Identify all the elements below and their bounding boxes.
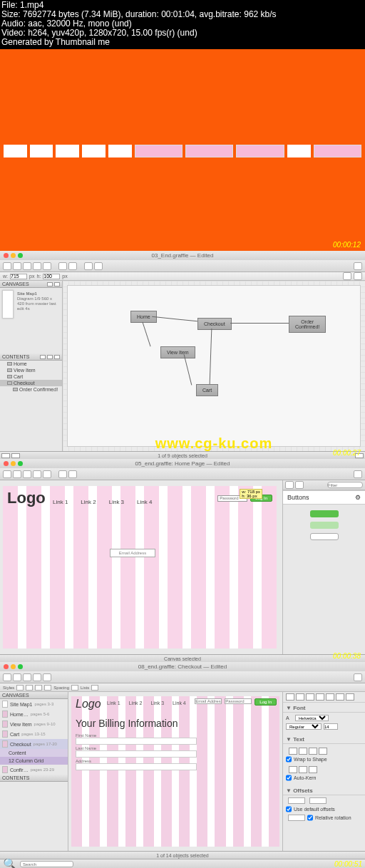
autokern-checkbox[interactable]	[286, 775, 292, 781]
nav-link[interactable]: Link 2	[81, 499, 96, 505]
zoom-icon[interactable]	[18, 253, 23, 258]
tool-shape[interactable]	[13, 673, 21, 681]
inspector-tab-icon[interactable]	[306, 693, 314, 701]
stencil-button-primary[interactable]	[310, 510, 339, 517]
font-family-select[interactable]: Helvetica	[295, 715, 329, 721]
minimize-icon[interactable]	[11, 664, 16, 669]
font-weight-select[interactable]: Regular	[286, 723, 322, 730]
valign-mid-icon[interactable]	[299, 766, 307, 773]
tool-line[interactable]	[23, 470, 31, 478]
inspector-tab-icon[interactable]	[336, 693, 344, 701]
tool-shape[interactable]	[13, 262, 21, 270]
tool-select[interactable]	[3, 470, 11, 478]
contents-outline-icon[interactable]	[54, 355, 60, 359]
nav-link[interactable]: Link 3	[109, 499, 124, 505]
stencil-section[interactable]: Buttons ⚙	[283, 490, 365, 505]
align-left-icon[interactable]	[289, 748, 297, 755]
firstname-input[interactable]	[76, 738, 197, 745]
lastname-input[interactable]	[76, 750, 197, 758]
nav-link[interactable]: Link 1	[107, 701, 120, 706]
default-offsets-checkbox[interactable]	[286, 806, 292, 812]
inspector-tab-icon[interactable]	[316, 693, 324, 701]
tool-pen[interactable]	[43, 673, 51, 681]
zoom-out-icon[interactable]	[1, 453, 10, 458]
width-input[interactable]	[10, 274, 27, 279]
node-cart[interactable]: Cart	[196, 384, 218, 396]
minimize-icon[interactable]	[11, 253, 16, 258]
canvas-sublayer[interactable]: Content	[0, 749, 68, 757]
close-icon[interactable]	[4, 664, 9, 669]
inspector-tab-icon[interactable]	[296, 693, 304, 701]
login-button[interactable]: Log In	[255, 698, 277, 706]
nav-link[interactable]: Link 1	[53, 499, 68, 505]
inspector-section[interactable]: ▼ Offsets	[283, 785, 365, 795]
node-checkout[interactable]: Checkout	[197, 318, 232, 330]
list-icon[interactable]	[91, 685, 98, 691]
relrot-checkbox[interactable]	[307, 815, 313, 821]
tool-line[interactable]	[23, 262, 31, 270]
tool-text[interactable]	[33, 673, 41, 681]
filter-input[interactable]	[327, 482, 363, 488]
tool-undo[interactable]	[84, 262, 93, 270]
close-icon[interactable]	[4, 253, 9, 258]
canvas-options-icon[interactable]	[54, 282, 60, 286]
stencil-fwd-icon[interactable]	[295, 481, 304, 489]
inspector-tab-icon[interactable]	[326, 693, 334, 701]
nav-link[interactable]: Link 4	[173, 701, 186, 706]
close-icon[interactable]	[4, 461, 9, 466]
align-center-icon[interactable]	[299, 748, 307, 755]
canvas-item[interactable]: Home…pages 5-6	[0, 709, 68, 719]
stroke-picker[interactable]	[343, 272, 351, 280]
add-canvas-icon[interactable]	[47, 282, 53, 286]
nav-link[interactable]: Link 3	[150, 701, 164, 706]
wrap-checkbox[interactable]	[286, 756, 292, 763]
tool-select[interactable]	[3, 262, 11, 270]
offset-x-input[interactable]	[288, 797, 305, 804]
fill-picker[interactable]	[354, 272, 362, 280]
tool-text[interactable]	[33, 470, 41, 478]
tool-inspector[interactable]	[354, 470, 362, 478]
offset-y-input[interactable]	[309, 797, 327, 804]
align-justify-icon[interactable]	[319, 748, 327, 755]
height-input[interactable]	[43, 274, 60, 279]
list-item[interactable]: Cart	[0, 373, 62, 380]
tool-redo[interactable]	[68, 470, 77, 478]
list-item[interactable]: View Item	[0, 367, 62, 373]
nav-link[interactable]: Link 4	[137, 499, 152, 505]
canvas-thumbnail[interactable]	[2, 290, 14, 319]
valign-top-icon[interactable]	[289, 766, 297, 773]
valign-bot-icon[interactable]	[309, 766, 317, 773]
address-input[interactable]	[76, 763, 197, 770]
tool-inspector[interactable]	[354, 262, 362, 270]
email-field[interactable]: Email Address	[110, 549, 155, 557]
contents-list-icon[interactable]	[47, 355, 53, 359]
search-input[interactable]	[20, 861, 73, 867]
stencil-button-secondary[interactable]	[310, 522, 339, 529]
font-size-input[interactable]	[324, 723, 338, 730]
rotation-input[interactable]	[288, 815, 305, 821]
align-left-icon[interactable]	[16, 685, 24, 691]
tool-undo[interactable]	[58, 470, 67, 478]
zoom-level[interactable]	[11, 453, 20, 458]
node-order[interactable]: Order Confirmed!	[289, 316, 326, 333]
canvas-item[interactable]: Checkoutpages 17-20	[0, 739, 68, 749]
spacing-icon[interactable]	[71, 685, 78, 691]
tool-pen[interactable]	[43, 470, 51, 478]
tool-text[interactable]	[33, 262, 41, 270]
tool-inspector[interactable]	[354, 673, 362, 681]
align-right-icon[interactable]	[309, 748, 317, 755]
zoom-icon[interactable]	[18, 461, 23, 466]
inspector-tab-icon[interactable]	[286, 693, 294, 701]
canvas-item[interactable]: Cartpages 13-15	[0, 729, 68, 739]
nav-link[interactable]: Link 2	[129, 701, 143, 706]
stencil-button-outline[interactable]	[310, 533, 339, 540]
canvas-sublayer[interactable]: 12 Column Grid	[0, 757, 68, 765]
logo[interactable]: Logo	[7, 489, 46, 507]
list-item[interactable]: Order Confirmed!	[0, 386, 62, 393]
align-justify-icon[interactable]	[44, 685, 51, 691]
tool-select[interactable]	[3, 673, 11, 681]
inspector-section[interactable]: ▼ Text	[283, 734, 365, 744]
email-input[interactable]	[195, 698, 222, 704]
canvas-item[interactable]: Confir…pages 23-29	[0, 765, 68, 775]
gear-icon[interactable]: ⚙	[355, 494, 361, 501]
